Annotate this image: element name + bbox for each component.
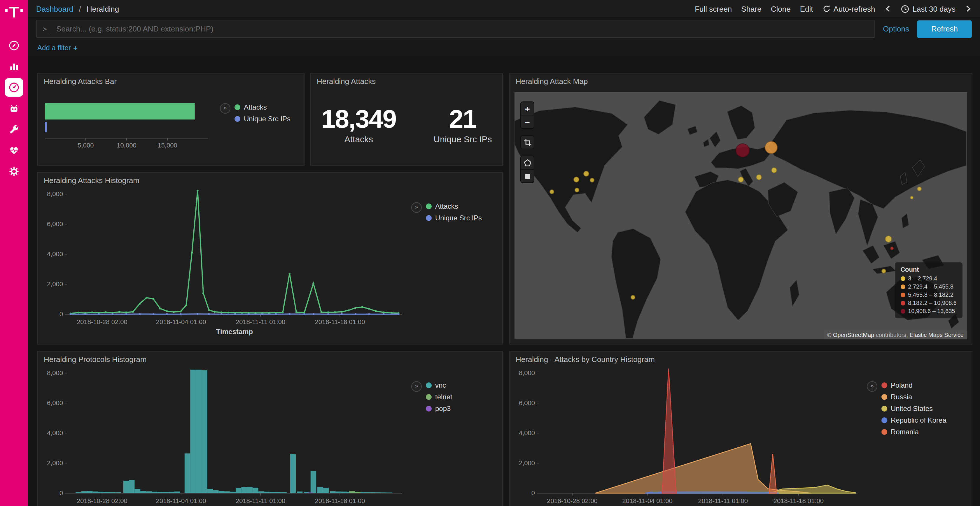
sidebar-item-management[interactable] <box>5 162 23 181</box>
attribution-middle: contributors, <box>874 332 909 338</box>
crop-icon[interactable] <box>521 136 534 149</box>
legend-label: Attacks <box>435 202 458 211</box>
legend-label: Romania <box>891 428 919 436</box>
sidebar-item-visualize[interactable] <box>5 57 23 76</box>
legend-item[interactable]: 5,455.8 – 8,182.2 <box>900 292 957 298</box>
auto-refresh-button[interactable]: Auto-refresh <box>822 5 875 13</box>
chevron-right-icon <box>965 5 972 13</box>
legend-item[interactable]: Russia <box>881 393 947 401</box>
sidebar-item-devtools[interactable] <box>5 120 23 139</box>
refresh-button[interactable]: Refresh <box>917 20 972 38</box>
zoom-out-button[interactable]: − <box>521 115 534 128</box>
search-placeholder: Search... (e.g. status:200 AND extension… <box>56 24 213 33</box>
svg-text:2018-10-28 02:00: 2018-10-28 02:00 <box>547 497 598 504</box>
rectangle-tool-icon[interactable] <box>521 169 534 182</box>
openstreetmap-link[interactable]: OpenStreetMap <box>833 332 874 338</box>
legend-toggle-icon[interactable]: » <box>411 381 422 392</box>
legend-item[interactable]: vnc <box>426 381 452 389</box>
legend-item[interactable]: United States <box>881 404 947 413</box>
sidebar-item-discover[interactable] <box>5 36 23 55</box>
chart-legend: » vnctelnetpop3 <box>407 366 500 506</box>
edit-button[interactable]: Edit <box>800 5 813 13</box>
legend-label: Poland <box>891 381 913 389</box>
fit-bounds-group <box>520 135 535 149</box>
svg-text:10,000: 10,000 <box>117 142 136 149</box>
svg-text:0: 0 <box>59 311 63 318</box>
legend-item[interactable]: 2,729.4 – 5,455.8 <box>900 283 957 290</box>
zoom-in-button[interactable]: + <box>521 102 534 115</box>
sidebar-item-monitoring[interactable] <box>5 141 23 160</box>
attacks-histogram-chart[interactable]: 02,0004,0006,0008,0002018-10-28 02:00201… <box>40 187 407 341</box>
gauge-icon <box>8 82 20 93</box>
legend-item[interactable]: Poland <box>881 381 947 389</box>
legend-item[interactable]: telnet <box>426 393 452 401</box>
svg-text:5,000: 5,000 <box>78 142 94 149</box>
breadcrumb-dashboard-link[interactable]: Dashboard <box>36 5 73 13</box>
time-back-button[interactable] <box>885 5 892 13</box>
legend-color-dot <box>881 382 887 388</box>
map-marker[interactable] <box>736 143 749 157</box>
panel-heralding-protocols-histogram: Heralding Protocols Histogram 02,0004,00… <box>37 351 503 506</box>
telekom-logo[interactable]: T <box>5 0 23 29</box>
share-button[interactable]: Share <box>741 5 761 13</box>
protocols-histogram-chart[interactable]: 02,0004,0006,0008,0002018-10-28 02:00201… <box>40 366 407 506</box>
options-link[interactable]: Options <box>883 24 909 33</box>
map-marker[interactable] <box>765 141 778 154</box>
svg-text:0: 0 <box>59 489 63 496</box>
svg-text:2018-11-11 01:00: 2018-11-11 01:00 <box>235 318 285 325</box>
sidebar-item-tpot[interactable] <box>5 99 23 118</box>
legend-item[interactable]: Attacks <box>234 103 291 111</box>
legend-toggle-icon[interactable]: » <box>220 103 231 114</box>
legend-item[interactable]: Romania <box>881 428 947 436</box>
map-marker[interactable] <box>573 177 579 182</box>
full-screen-button[interactable]: Full screen <box>695 5 732 13</box>
top-navbar: Dashboard / Heralding Full screen Share … <box>28 0 980 18</box>
time-picker-button[interactable]: Last 30 days <box>901 5 956 13</box>
map-marker[interactable] <box>917 187 921 191</box>
attacks-bar-chart[interactable]: 5,00010,00015,000 <box>40 88 215 157</box>
add-filter-label: Add a filter <box>37 44 71 52</box>
legend-color-dot <box>426 406 432 412</box>
legend-item[interactable]: Unique Src IPs <box>426 214 482 222</box>
map-canvas[interactable]: + − <box>514 92 967 339</box>
legend-items: PolandRussiaUnited StatesRepublic of Kor… <box>881 381 947 436</box>
map-marker[interactable] <box>756 174 762 180</box>
svg-text:2018-11-18 01:00: 2018-11-18 01:00 <box>315 318 365 325</box>
svg-text:0: 0 <box>531 489 535 496</box>
legend-item[interactable]: Attacks <box>426 202 482 211</box>
legend-color-dot <box>881 394 887 400</box>
elastic-maps-service-link[interactable]: Elastic Maps Service <box>909 332 964 338</box>
clone-button[interactable]: Clone <box>771 5 791 13</box>
metric-label: Attacks <box>321 134 396 144</box>
panel-title: Heralding - Attacks by Country Histogram <box>510 352 972 365</box>
query-prompt-icon: >_ <box>43 25 51 33</box>
search-input[interactable]: >_ Search... (e.g. status:200 AND extens… <box>36 20 875 38</box>
time-forward-button[interactable] <box>965 5 972 13</box>
add-filter-link[interactable]: Add a filter + <box>37 43 78 52</box>
polygon-tool-icon[interactable] <box>521 156 534 169</box>
svg-text:4,000: 4,000 <box>47 251 63 258</box>
legend-label: telnet <box>435 393 452 401</box>
legend-label: Russia <box>891 393 912 401</box>
legend-label: Unique Src IPs <box>435 214 482 222</box>
map-legend: Count 3 – 2,729.42,729.4 – 5,455.85,455.… <box>894 262 963 318</box>
clock-icon <box>901 5 910 13</box>
kibana-heralding-dashboard: T <box>0 0 980 506</box>
metric-group: 18,349 Attacks 21 Unique Src IPs <box>311 87 502 144</box>
chevron-left-icon <box>885 5 892 13</box>
legend-label: 3 – 2,729.4 <box>908 275 937 282</box>
map-controls: + − <box>520 102 535 183</box>
legend-toggle-icon[interactable]: » <box>867 381 877 392</box>
legend-item[interactable]: 10,908.6 – 13,635 <box>900 308 957 314</box>
legend-toggle-icon[interactable]: » <box>411 202 422 213</box>
country-histogram-chart[interactable]: 02,0004,0006,0008,0002018-10-28 02:00201… <box>512 366 862 506</box>
legend-item[interactable]: Republic of Korea <box>881 416 947 424</box>
panel-heralding-attacks-metric: Heralding Attacks 18,349 Attacks 21 Uniq… <box>310 73 503 165</box>
legend-item[interactable]: Unique Src IPs <box>234 115 291 123</box>
legend-color-dot <box>900 284 905 289</box>
sidebar-item-dashboard[interactable] <box>5 78 23 97</box>
breadcrumb: Dashboard / Heralding <box>36 5 119 13</box>
legend-item[interactable]: 3 – 2,729.4 <box>900 275 957 282</box>
legend-item[interactable]: 8,182.2 – 10,908.6 <box>900 300 957 306</box>
legend-item[interactable]: pop3 <box>426 404 452 413</box>
